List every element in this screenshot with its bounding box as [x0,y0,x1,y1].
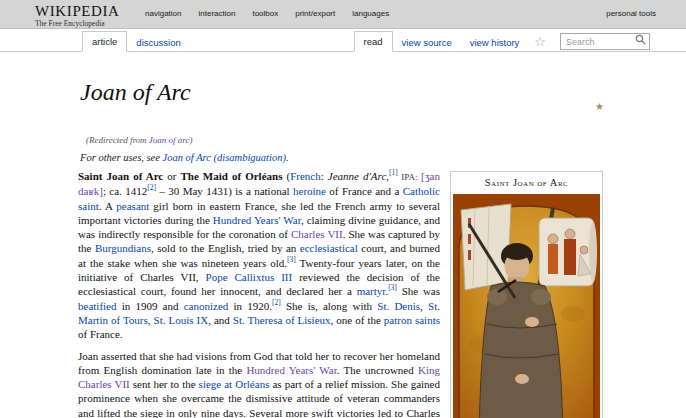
wiki-link[interactable]: Hundred Years' War [246,364,336,376]
reference-citation-link[interactable]: [1] [389,168,398,177]
text-span: The Maid of Orléans [180,170,282,182]
reference-citation-link[interactable]: [3] [388,284,397,293]
nav-item-print-export[interactable]: print/export [295,9,335,18]
text-span: . The uncrowned [337,364,418,376]
tab-discussion[interactable]: discussion [127,33,189,52]
tab-view-source[interactable]: view source [393,33,461,52]
text-span: , sold to the English, tried by an [151,242,300,254]
wiki-link[interactable]: Hundred Years' War [213,214,301,226]
article-main: Joan of Arc ★ (Redirected from Joan of a… [0,78,686,418]
top-header-bar: WIKIPEDIA The Free Encyclopedia navigati… [0,0,686,29]
text-span: , [420,300,428,312]
wiki-link[interactable]: St. Louis IX [154,314,209,326]
nav-item-toolbox[interactable]: toolbox [252,9,278,18]
text-span: . A [99,200,117,212]
view-tab-links: readview sourceview history [354,31,529,52]
nav-item-languages[interactable]: languages [352,9,389,18]
search-icon[interactable] [635,34,646,45]
page-tabs-row: articlediscussion readview sourceview hi… [0,29,686,52]
tab-article[interactable]: article [82,31,127,52]
text-span: of France. [78,328,123,340]
redirect-source-link[interactable]: Joan of arc [149,135,190,145]
infobox-saint-joan-of-arc: Saint Joan of Arc [450,171,603,418]
text-span: She is, along with [281,300,378,312]
featured-article-star-icon[interactable]: ★ [595,101,604,112]
tab-view-history[interactable]: view history [461,33,529,52]
wiki-link[interactable]: patron saints [384,314,440,326]
text-span: , one of the [331,314,384,326]
text-span: ; ca. 1412 [103,185,147,197]
wikipedia-page: WIKIPEDIA The Free Encyclopedia navigati… [0,0,686,418]
text-span: : [321,170,328,182]
hatnote: For other uses, see Joan of Arc (disambi… [80,152,686,163]
redirect-note: (Redirected from Joan of arc) [86,135,686,145]
joan-of-arc-painting-image[interactable] [453,194,600,418]
text-span: She was [397,285,440,297]
wiki-link[interactable]: canonized [184,300,229,312]
namespace-tabs: articlediscussion [82,31,190,52]
scroll-with-saints [539,218,597,286]
redirect-note-prefix: (Redirected from [86,135,149,145]
reference-citation-link[interactable]: [2] [147,184,156,193]
text-span: ( [282,170,290,182]
wiki-link[interactable]: beatified [78,300,116,312]
text-span: IPA: [398,172,421,182]
reference-citation-link[interactable]: [2] [272,298,281,307]
view-tabs: readview sourceview history ☆ [354,31,650,53]
article-content: Saint Joan of Arc [78,169,603,418]
tab-read[interactable]: read [354,31,393,52]
disambiguation-link[interactable]: Joan of Arc (disambiguation) [163,152,286,163]
wikipedia-logo[interactable]: WIKIPEDIA The Free Encyclopedia [35,3,120,28]
text-span: – 30 May 1431) is a national [156,185,293,197]
logo-tagline: The Free Encyclopedia [35,19,120,28]
text-span: in 1920. [228,300,272,312]
infobox-title: Saint Joan of Arc [453,174,600,194]
text-span: , and [208,314,233,326]
wiki-link[interactable]: French [290,170,321,182]
wiki-link[interactable]: Pope Callixtus III [206,271,293,283]
text-span: Saint Joan of Arc [78,170,163,182]
wiki-link[interactable]: St. Theresa of Lisieux [233,314,331,326]
nav-item-interaction[interactable]: interaction [198,9,235,18]
watchlist-star-icon[interactable]: ☆ [528,33,552,52]
redirect-note-suffix: ) [189,135,192,145]
text-span: or [163,170,180,182]
text-span: of France and a [326,185,403,197]
personal-tools-link[interactable]: personal tools [606,9,656,18]
top-navigation-menu: navigationinteractiontoolboxprint/export… [145,9,389,18]
nav-item-navigation[interactable]: navigation [145,9,181,18]
wiki-link[interactable]: heroine [293,185,326,197]
text-span: in 1909 and [116,300,183,312]
hatnote-suffix: . [286,152,289,163]
hatnote-prefix: For other uses, see [80,152,163,163]
logo-wordmark: WIKIPEDIA [35,3,120,20]
wiki-link[interactable]: ecclesiastical [300,242,358,254]
wiki-link[interactable]: Charles VII [291,228,343,240]
text-span: sent her to the [130,378,199,390]
text-span: Jeanne d'Arc [328,170,387,182]
search-box [560,31,650,51]
wiki-link[interactable]: peasant [116,200,149,212]
wiki-link[interactable]: Burgundians [95,242,151,254]
wiki-link[interactable]: St. Denis [377,300,420,312]
wiki-link[interactable]: martyr [357,285,386,297]
reference-citation-link[interactable]: [3] [287,255,296,264]
wiki-link[interactable]: siege at Orléans [199,378,270,390]
